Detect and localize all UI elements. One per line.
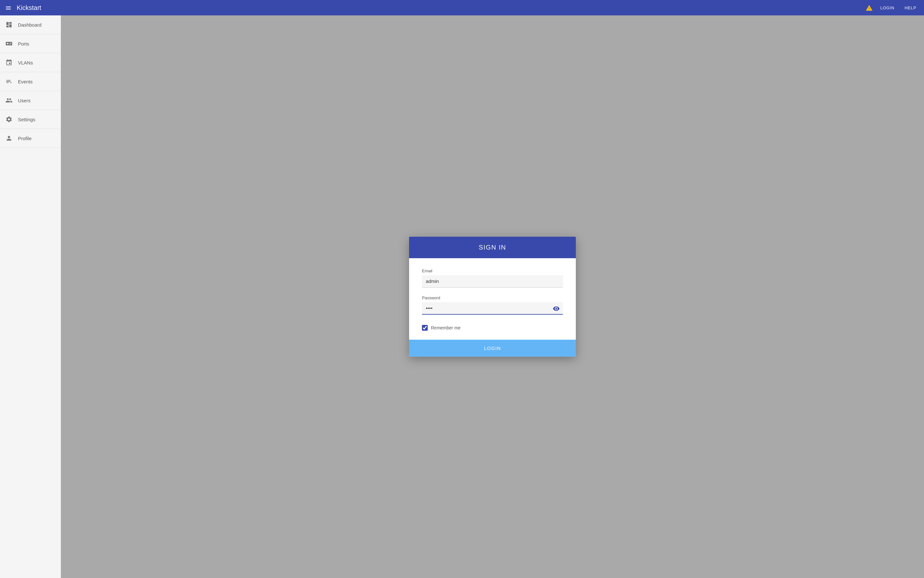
remember-label[interactable]: Remember me bbox=[431, 325, 461, 330]
modal-title: SIGN IN bbox=[479, 244, 506, 251]
sidebar-item-events[interactable]: Events bbox=[0, 72, 61, 91]
remember-checkbox[interactable] bbox=[422, 325, 428, 331]
main-content: SIGN IN Email Password bbox=[61, 15, 924, 578]
topbar-right: LOGIN HELP bbox=[866, 4, 919, 11]
sidebar-item-settings[interactable]: Settings bbox=[0, 110, 61, 129]
modal-header: SIGN IN bbox=[409, 237, 576, 258]
app-title: Kickstart bbox=[17, 4, 866, 11]
sidebar-label-settings: Settings bbox=[18, 117, 35, 122]
remember-row: Remember me bbox=[422, 322, 563, 340]
ports-icon bbox=[5, 40, 13, 47]
profile-icon bbox=[5, 135, 13, 142]
menu-icon[interactable] bbox=[5, 4, 11, 11]
sign-in-modal: SIGN IN Email Password bbox=[409, 237, 576, 357]
layout: Dashboard Ports VLANs bbox=[0, 15, 924, 578]
sidebar-label-profile: Profile bbox=[18, 136, 32, 141]
help-nav-button[interactable]: HELP bbox=[902, 4, 919, 11]
sidebar-label-vlans: VLANs bbox=[18, 60, 33, 65]
toggle-password-icon[interactable] bbox=[553, 305, 560, 312]
password-field: Password bbox=[422, 295, 563, 315]
sidebar-item-dashboard[interactable]: Dashboard bbox=[0, 15, 61, 34]
users-icon bbox=[5, 97, 13, 104]
sidebar-label-users: Users bbox=[18, 98, 31, 103]
sidebar-item-ports[interactable]: Ports bbox=[0, 34, 61, 53]
login-button[interactable]: LOGIN bbox=[409, 340, 576, 357]
email-field: Email bbox=[422, 268, 563, 288]
email-input[interactable] bbox=[422, 275, 563, 288]
password-label: Password bbox=[422, 295, 563, 300]
events-icon bbox=[5, 78, 13, 85]
sidebar-label-dashboard: Dashboard bbox=[18, 22, 41, 28]
sidebar-item-users[interactable]: Users bbox=[0, 91, 61, 110]
sidebar-item-profile[interactable]: Profile bbox=[0, 129, 61, 148]
password-wrapper bbox=[422, 302, 563, 315]
login-nav-button[interactable]: LOGIN bbox=[878, 4, 897, 11]
sidebar-item-vlans[interactable]: VLANs bbox=[0, 53, 61, 72]
password-input[interactable] bbox=[422, 302, 563, 315]
dashboard-icon bbox=[5, 21, 13, 28]
modal-body: Email Password bbox=[409, 258, 576, 340]
modal-footer: LOGIN bbox=[409, 340, 576, 357]
sidebar-label-ports: Ports bbox=[18, 41, 29, 47]
vlans-icon bbox=[5, 59, 13, 66]
warning-icon bbox=[866, 4, 873, 11]
topbar: Kickstart LOGIN HELP bbox=[0, 0, 924, 15]
sidebar-label-events: Events bbox=[18, 79, 33, 84]
settings-icon bbox=[5, 116, 13, 123]
email-label: Email bbox=[422, 268, 563, 273]
sidebar: Dashboard Ports VLANs bbox=[0, 15, 61, 578]
